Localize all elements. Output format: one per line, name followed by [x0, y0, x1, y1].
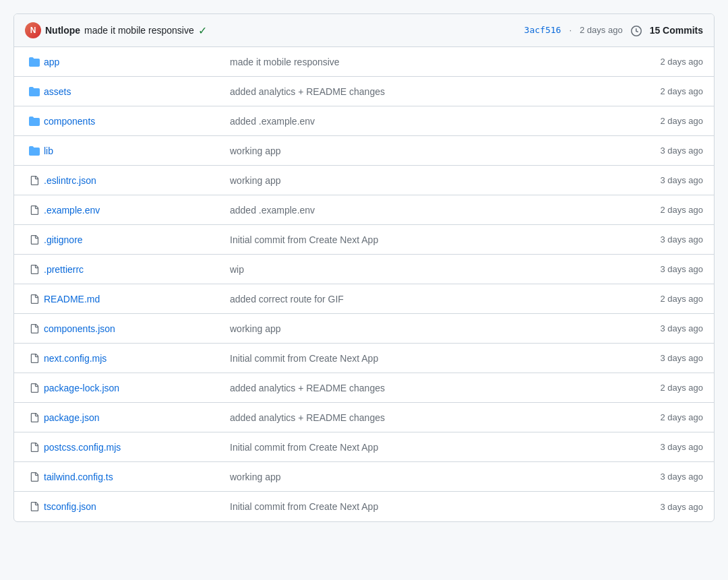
table-row: components.jsonworking app3 days ago — [14, 314, 714, 344]
table-row: assetsadded analytics + README changes2 … — [14, 77, 714, 106]
file-time-ago: 3 days ago — [622, 175, 703, 185]
file-time-ago: 3 days ago — [622, 234, 703, 245]
folder-name[interactable]: lib — [44, 146, 219, 156]
file-name[interactable]: postcss.config.mjs — [44, 442, 219, 453]
repository-file-list: N Nutlope made it mobile responsive ✓ 3a… — [13, 13, 715, 522]
folder-icon — [25, 116, 44, 127]
file-commit-message: added correct route for GIF — [219, 294, 622, 304]
file-icon — [25, 205, 44, 216]
file-time-ago: 2 days ago — [622, 205, 703, 215]
file-commit-message: Initial commit from Create Next App — [219, 234, 622, 245]
file-commit-message: added .example.env — [219, 116, 622, 127]
file-name[interactable]: .example.env — [44, 205, 219, 216]
table-row: README.mdadded correct route for GIF2 da… — [14, 284, 714, 314]
commit-time-separator: · — [569, 25, 572, 35]
table-row: .gitignoreInitial commit from Create Nex… — [14, 225, 714, 255]
folder-icon — [25, 146, 44, 156]
file-time-ago: 2 days ago — [622, 116, 703, 126]
table-row: next.config.mjsInitial commit from Creat… — [14, 344, 714, 373]
table-row: appmade it mobile responsive2 days ago — [14, 47, 714, 77]
commit-hash[interactable]: 3acf516 — [524, 25, 562, 35]
file-icon — [25, 442, 44, 453]
file-list: appmade it mobile responsive2 days ago a… — [14, 47, 714, 521]
folder-name[interactable]: app — [44, 57, 219, 67]
file-time-ago: 3 days ago — [622, 146, 703, 156]
file-name[interactable]: package-lock.json — [44, 383, 219, 393]
file-name[interactable]: .prettierrc — [44, 264, 219, 275]
file-name[interactable]: tsconfig.json — [44, 501, 219, 512]
commit-header: N Nutlope made it mobile responsive ✓ 3a… — [14, 14, 714, 47]
file-commit-message: added analytics + README changes — [219, 412, 622, 423]
file-name[interactable]: package.json — [44, 412, 219, 423]
file-time-ago: 2 days ago — [622, 412, 703, 422]
file-commit-message: Initial commit from Create Next App — [219, 442, 622, 453]
table-row: .eslintrc.jsonworking app3 days ago — [14, 166, 714, 195]
file-time-ago: 3 days ago — [622, 502, 703, 512]
table-row: tailwind.config.tsworking app3 days ago — [14, 462, 714, 492]
file-time-ago: 3 days ago — [622, 264, 703, 274]
file-icon — [25, 264, 44, 275]
latest-commit-message: made it mobile responsive — [84, 25, 194, 36]
table-row: tsconfig.jsonInitial commit from Create … — [14, 492, 714, 521]
file-name[interactable]: tailwind.config.ts — [44, 472, 219, 482]
file-icon — [25, 234, 44, 245]
file-time-ago: 3 days ago — [622, 353, 703, 363]
file-commit-message: working app — [219, 146, 622, 156]
file-name[interactable]: components.json — [44, 323, 219, 334]
file-time-ago: 2 days ago — [622, 86, 703, 96]
table-row: package.jsonadded analytics + README cha… — [14, 403, 714, 432]
file-commit-message: Initial commit from Create Next App — [219, 501, 622, 512]
file-commit-message: wip — [219, 264, 622, 275]
avatar: N — [25, 22, 41, 38]
file-commit-message: working app — [219, 472, 622, 482]
file-commit-message: working app — [219, 175, 622, 186]
clock-icon — [631, 24, 642, 36]
commit-info-right: 3acf516 · 2 days ago 15 Commits — [524, 24, 703, 36]
file-time-ago: 3 days ago — [622, 472, 703, 482]
file-icon — [25, 323, 44, 334]
file-icon — [25, 472, 44, 482]
commits-count-link[interactable]: 15 Commits — [650, 25, 703, 36]
file-time-ago: 2 days ago — [622, 383, 703, 393]
file-icon — [25, 353, 44, 364]
folder-name[interactable]: components — [44, 116, 219, 127]
check-icon: ✓ — [198, 24, 207, 37]
file-commit-message: added .example.env — [219, 205, 622, 216]
folder-icon — [25, 57, 44, 67]
file-icon — [25, 501, 44, 512]
username[interactable]: Nutlope — [45, 25, 80, 36]
table-row: .example.envadded .example.env2 days ago — [14, 195, 714, 225]
file-icon — [25, 383, 44, 393]
file-commit-message: added analytics + README changes — [219, 86, 622, 97]
file-name[interactable]: .gitignore — [44, 234, 219, 245]
table-row: .prettierrcwip3 days ago — [14, 255, 714, 284]
file-commit-message: working app — [219, 323, 622, 334]
file-time-ago: 3 days ago — [622, 323, 703, 333]
file-name[interactable]: next.config.mjs — [44, 353, 219, 364]
commit-time-ago: 2 days ago — [580, 25, 623, 35]
table-row: libworking app3 days ago — [14, 136, 714, 166]
folder-name[interactable]: assets — [44, 86, 219, 97]
file-name[interactable]: .eslintrc.json — [44, 175, 219, 186]
file-icon — [25, 175, 44, 186]
table-row: componentsadded .example.env2 days ago — [14, 106, 714, 136]
folder-icon — [25, 86, 44, 97]
file-name[interactable]: README.md — [44, 294, 219, 304]
table-row: package-lock.jsonadded analytics + READM… — [14, 373, 714, 403]
file-commit-message: Initial commit from Create Next App — [219, 353, 622, 364]
file-icon — [25, 294, 44, 304]
file-commit-message: made it mobile responsive — [219, 57, 622, 67]
file-time-ago: 2 days ago — [622, 57, 703, 67]
file-icon — [25, 412, 44, 423]
file-time-ago: 3 days ago — [622, 442, 703, 452]
table-row: postcss.config.mjsInitial commit from Cr… — [14, 432, 714, 462]
commit-info-left: N Nutlope made it mobile responsive ✓ — [25, 22, 519, 38]
file-time-ago: 2 days ago — [622, 294, 703, 304]
file-commit-message: added analytics + README changes — [219, 383, 622, 393]
